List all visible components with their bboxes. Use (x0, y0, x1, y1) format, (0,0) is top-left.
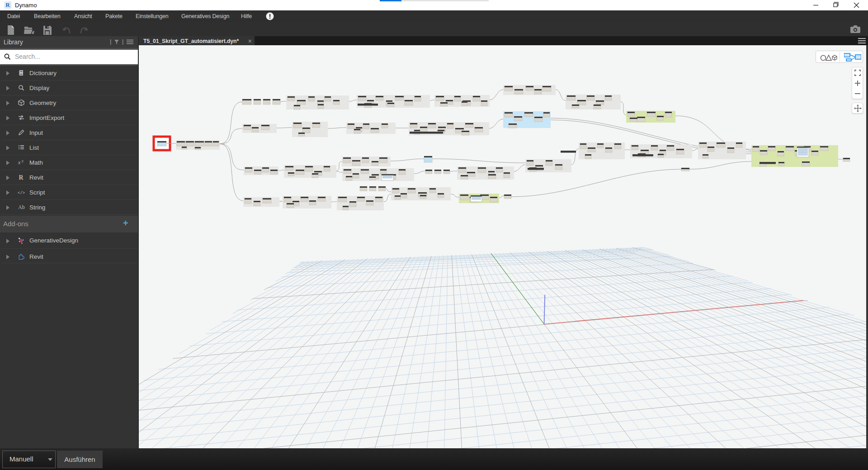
svg-text:2: 2 (22, 159, 24, 163)
svg-text:x: x (18, 159, 21, 166)
svg-text:</>: </> (18, 191, 25, 195)
svg-text:R: R (19, 174, 24, 181)
svg-text:Ab: Ab (18, 204, 25, 210)
